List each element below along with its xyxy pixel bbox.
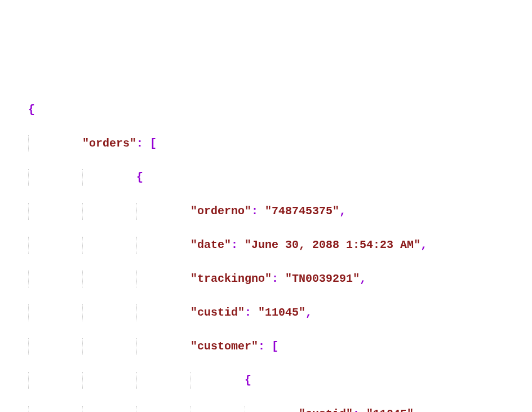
code-line: "customer": [	[28, 338, 504, 355]
code-line: "orders": [	[28, 135, 504, 152]
code-line: {	[28, 101, 504, 118]
code-line: "custid": "11045",	[28, 304, 504, 321]
code-line: {	[28, 372, 504, 389]
value-custid: 11045	[265, 304, 299, 321]
code-line: "trackingno": "TN0039291",	[28, 271, 504, 287]
key-date: date	[197, 237, 224, 254]
key-custid: custid	[197, 304, 238, 321]
open-brace: {	[136, 169, 143, 186]
json-code-block: { "orders": [ { "orderno": "748745375", …	[28, 85, 504, 412]
open-bracket: [	[150, 135, 157, 152]
value-cust-custid: 11045	[373, 406, 407, 412]
key-trackingno: trackingno	[197, 271, 265, 287]
key-orders: orders	[89, 135, 130, 152]
code-line: {	[28, 169, 504, 186]
open-brace: {	[245, 372, 251, 389]
open-brace: {	[28, 101, 35, 118]
open-bracket: [	[272, 338, 278, 355]
value-date: June 30, 2088 1:54:23 AM	[251, 237, 414, 254]
key-orderno: orderno	[197, 203, 245, 220]
code-line: "custid": "11045",	[28, 406, 504, 412]
code-line: "orderno": "748745375",	[28, 203, 504, 220]
value-orderno: 748745375	[272, 203, 333, 220]
key-customer: customer	[197, 338, 251, 355]
code-line: "date": "June 30, 2088 1:54:23 AM",	[28, 237, 504, 254]
key-cust-custid: custid	[305, 406, 346, 412]
value-trackingno: TN0039291	[292, 271, 353, 287]
